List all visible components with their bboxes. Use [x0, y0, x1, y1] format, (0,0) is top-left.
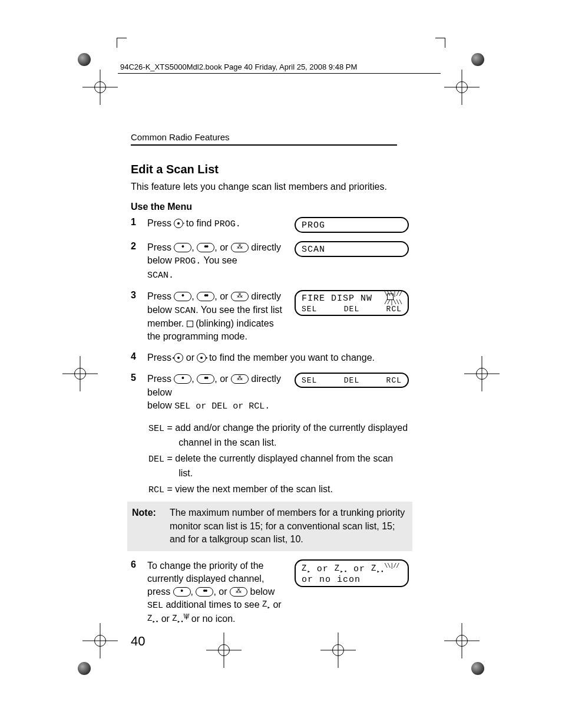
step-number: 3	[131, 290, 147, 301]
code-opts: SEL or DEL or RCL.	[174, 401, 270, 411]
step-number: 1	[131, 217, 147, 228]
lcd-softkey-row: SEL DEL RCL	[302, 376, 402, 385]
registration-mark	[320, 633, 356, 668]
running-header: 94C26-K_XTS5000Mdl2.book Page 40 Friday,…	[120, 62, 357, 71]
softkey-one-dot-icon	[174, 374, 191, 384]
softkey-definitions: SEL = add and/or change the priority of …	[148, 421, 409, 497]
select-right-icon	[174, 219, 183, 228]
step-text: Press , , or directly below SCAN. You se…	[147, 290, 287, 343]
registration-mark	[62, 356, 98, 391]
softkey-three-dot-icon	[230, 587, 247, 597]
code-sel: SEL	[147, 601, 163, 611]
registration-mark	[82, 623, 118, 658]
lcd-display: FIRE DISP NW \\\|// //|\\\ SEL DEL RCL	[295, 290, 409, 316]
step-row: 5 Press , , or directly below below SEL …	[131, 373, 409, 413]
page-title: Edit a Scan List	[131, 163, 219, 176]
blink-rays-icon: \\|//	[384, 563, 399, 569]
lcd-text: PROG	[302, 220, 325, 230]
code-scan: SCAN.	[147, 271, 174, 281]
step-text: Press to find PROG.	[147, 217, 287, 231]
section-rule	[131, 144, 397, 146]
crop-mark	[435, 38, 445, 48]
lcd-display: SCAN	[295, 241, 409, 257]
lcd-tail: or no icon	[302, 575, 361, 585]
scan-priority2-icon: Z▸▪	[335, 564, 348, 575]
blink-rays-icon: \\|//	[184, 612, 189, 621]
registration-dot	[78, 662, 91, 675]
softkey-three-dot-icon	[231, 243, 249, 252]
blink-rays-icon: \\\|//	[384, 291, 402, 298]
registration-mark	[82, 70, 118, 105]
code-scan: SCAN	[174, 306, 196, 316]
step-row: 6 To change the priority of the currentl…	[131, 559, 409, 626]
lcd-soft-sel: SEL	[302, 376, 317, 385]
registration-dot	[78, 53, 91, 66]
softkey-two-dot-icon	[196, 587, 213, 597]
step-row: 3 Press , , or directly below SCAN. You …	[131, 290, 409, 343]
scan-priority2-icon: Z▸▪	[147, 613, 158, 625]
lcd-soft-del: DEL	[344, 305, 359, 314]
code-prog: PROG.	[174, 256, 201, 266]
def-del: DEL = delete the currently displayed cha…	[148, 452, 409, 480]
registration-mark	[464, 356, 500, 391]
lcd-soft-sel: SEL	[302, 305, 317, 314]
registration-dot	[471, 53, 484, 66]
page-number: 40	[131, 634, 145, 649]
lcd-line1: FIRE DISP NW	[302, 294, 372, 304]
softkey-two-dot-icon	[197, 374, 214, 384]
select-left-icon	[174, 353, 183, 363]
softkey-two-dot-icon	[197, 292, 214, 301]
step-row: 4 Press or to find the member you want t…	[131, 351, 409, 364]
def-rcl: RCL = view the next member of the scan l…	[148, 482, 409, 497]
registration-mark	[444, 70, 480, 105]
def-sel: SEL = add and/or change the priority of …	[148, 421, 409, 449]
scan-priority-icon: Z▸	[262, 599, 270, 611]
procedure-subheading: Use the Menu	[131, 202, 192, 212]
lcd-text: SCAN	[302, 245, 325, 255]
step-number: 2	[131, 241, 147, 252]
softkey-one-dot-icon	[174, 292, 191, 301]
lcd-display: PROG	[295, 217, 409, 233]
lcd-display: SEL DEL RCL	[295, 373, 409, 388]
manual-page: 94C26-K_XTS5000Mdl2.book Page 40 Friday,…	[0, 0, 562, 728]
intro-paragraph: This feature lets you change scan list m…	[131, 180, 387, 193]
step-text: To change the priority of the currently …	[147, 559, 287, 626]
step-number: 6	[131, 559, 147, 570]
lcd-softkey-row: SEL DEL RCL	[302, 305, 402, 314]
section-label: Common Radio Features	[131, 132, 230, 142]
crop-mark	[117, 38, 127, 48]
blink-square-icon	[187, 321, 193, 327]
procedure-steps: 1 Press to find PROG. PROG 2 Press , , o…	[131, 217, 409, 634]
lcd-display: Z▸ or Z▸▪ or Z▸▪\\|// or no icon	[295, 559, 409, 587]
softkey-two-dot-icon	[197, 243, 214, 252]
softkey-three-dot-icon	[231, 374, 249, 384]
lcd-soft-rcl: RCL	[386, 305, 402, 314]
step-row: 1 Press to find PROG. PROG	[131, 217, 409, 233]
code-prog: PROG.	[214, 219, 241, 229]
step-text: Press , , or directly below below SEL or…	[147, 373, 287, 413]
lcd-soft-rcl: RCL	[386, 376, 402, 385]
softkey-one-dot-icon	[173, 587, 191, 597]
registration-mark	[444, 623, 480, 658]
scan-blink-icon: Z▸▪	[172, 613, 183, 625]
note-text: The maximum number of members for a trun…	[170, 506, 408, 546]
softkey-one-dot-icon	[174, 243, 191, 252]
blink-rays-icon: //|\\\	[384, 299, 402, 306]
registration-dot	[471, 662, 484, 675]
select-right-icon	[197, 353, 206, 363]
softkey-three-dot-icon	[231, 292, 249, 301]
step-row: 2 Press , , or directly below PROG. You …	[131, 241, 409, 282]
step-text: Press , , or directly below PROG. You se…	[147, 241, 287, 282]
note-block: Note: The maximum number of members for …	[127, 502, 412, 551]
scan-priority-icon: Z▸	[302, 564, 311, 575]
scan-blink-icon: Z▸▪	[371, 564, 384, 575]
lcd-soft-del: DEL	[344, 376, 359, 385]
step-number: 4	[131, 351, 147, 362]
registration-mark	[206, 633, 242, 668]
step-number: 5	[131, 373, 147, 383]
note-label: Note:	[132, 506, 170, 546]
step-text: Press or to find the member you want to …	[147, 351, 401, 364]
header-rule	[118, 73, 441, 74]
section-heading: Common Radio Features	[131, 132, 397, 146]
